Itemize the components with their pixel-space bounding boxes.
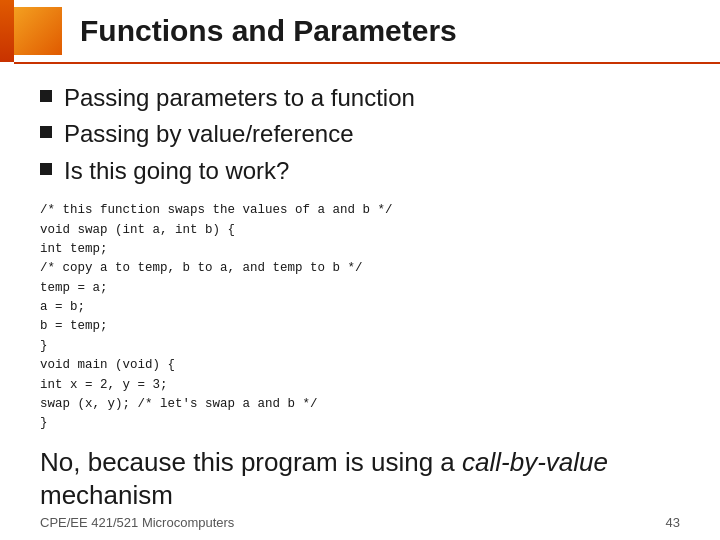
code-line: } [40,414,680,433]
list-item: Passing by value/reference [40,118,680,150]
slide-content: Passing parameters to a function Passing… [0,64,720,523]
code-line: void swap (int a, int b) { [40,221,680,240]
code-line: void main (void) { [40,356,680,375]
bullet-icon [40,163,52,175]
footer-course: CPE/EE 421/521 Microcomputers [40,515,234,530]
code-line: int temp; [40,240,680,259]
conclusion-text: No, because this program is using a call… [40,446,680,514]
footer-page: 43 [666,515,680,530]
bullet-icon [40,126,52,138]
bullet-icon [40,90,52,102]
slide-title: Functions and Parameters [80,14,457,48]
code-line: /* this function swaps the values of a a… [40,201,680,220]
header-square-icon [14,7,62,55]
code-line: a = b; [40,298,680,317]
bullet-list: Passing parameters to a function Passing… [40,82,680,187]
slide: Functions and Parameters Passing paramet… [0,0,720,540]
code-block: /* this function swaps the values of a a… [40,201,680,434]
code-line: temp = a; [40,279,680,298]
code-line: int x = 2, y = 3; [40,376,680,395]
header: Functions and Parameters [0,0,720,62]
list-item: Passing parameters to a function [40,82,680,114]
conclusion-italic: call-by-value [462,447,608,477]
footer: CPE/EE 421/521 Microcomputers 43 [0,515,720,530]
conclusion-suffix: mechanism [40,480,173,510]
conclusion-prefix: No, because this program is using a [40,447,462,477]
code-line: /* copy a to temp, b to a, and temp to b… [40,259,680,278]
code-line: b = temp; [40,317,680,336]
header-accent-bar [0,0,14,62]
code-line: swap (x, y); /* let's swap a and b */ [40,395,680,414]
code-line: } [40,337,680,356]
list-item: Is this going to work? [40,155,680,187]
